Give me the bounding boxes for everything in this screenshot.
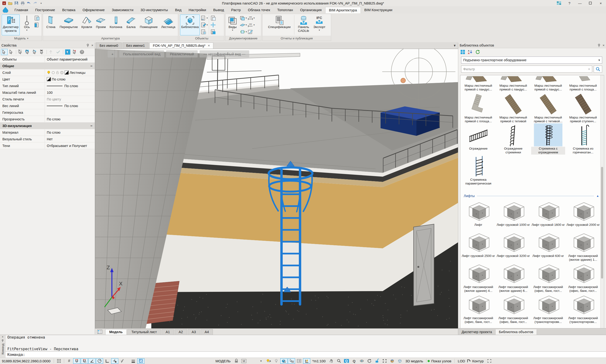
arch-button-перекрытие[interactable]: Перекрытие (58, 14, 79, 35)
viewport-overlay-button-2[interactable]: Пользовательский вид (119, 50, 164, 57)
pin-icon[interactable] (86, 44, 90, 47)
library-item[interactable]: Марш лестничный прямой с пандус... (496, 76, 530, 92)
menu-tab-6[interactable]: 3D-инструменты (137, 7, 171, 13)
views-button[interactable]: Виды ▾ (226, 14, 239, 35)
library-item[interactable]: Лифт грузовой 2500 кг (461, 231, 495, 262)
menu-tab-15[interactable]: BIM Конструкции (361, 7, 396, 13)
sheet-tab-А4[interactable]: А4 (200, 329, 213, 335)
viewport-overlay-button-4[interactable]: --- несохраненный вид --- (199, 50, 249, 57)
cadlib-panel-button[interactable]: Панель CADLib (297, 14, 310, 35)
dimension-button[interactable]: 100▾ (248, 15, 255, 21)
app-logo-mark[interactable]: n (1, 1, 7, 5)
property-value[interactable]: По слою (45, 116, 95, 122)
lifts-section-header[interactable]: Лифты▲ (464, 194, 599, 198)
menu-tab-1[interactable]: Главная (11, 7, 32, 13)
library-item[interactable]: Ограждение (461, 123, 495, 155)
regen-icon[interactable] (366, 358, 373, 364)
menu-tab-14[interactable]: BIM Архитектура (325, 7, 361, 13)
menu-tab-9[interactable]: Вывод (210, 7, 228, 13)
scrollbar-thumb[interactable] (601, 167, 603, 279)
refresh-icon[interactable] (475, 49, 480, 55)
close-icon[interactable]: × (603, 43, 605, 47)
viewport-dropdown-icon[interactable]: ▼ (258, 358, 265, 364)
sheet-tab-Титульный лист[interactable]: Титульный лист (127, 329, 161, 335)
select-crossing-icon[interactable] (25, 49, 31, 55)
visual-mode[interactable]: 3D модель (404, 359, 425, 363)
orbit-icon[interactable] (358, 358, 365, 364)
panel-tab-1[interactable]: Диспетчер проекта (458, 329, 496, 335)
lineweight-track-icon[interactable] (119, 358, 126, 364)
maximize-button[interactable] (585, 0, 595, 6)
unlock-view-icon[interactable] (373, 358, 381, 364)
arch-button-балка[interactable]: Балка (124, 14, 137, 35)
menu-tab-5[interactable]: Зависимости (108, 7, 137, 13)
property-value[interactable]: По слою (45, 83, 95, 89)
ortho-mode-icon[interactable] (104, 358, 111, 364)
document-tab-3[interactable]: FOK-VN_АР_ПМ_П_NBB25.dwg*× (149, 42, 213, 49)
search-button[interactable] (594, 65, 602, 73)
library-item[interactable]: Лифт грузовой 630 кг (531, 231, 565, 262)
arch-button-проем[interactable]: Проем (94, 14, 107, 35)
close-button[interactable]: × (595, 0, 606, 6)
library-item[interactable]: Лифт пассажирский (офис, банк, гост... (566, 262, 600, 293)
object-add-button[interactable] (200, 29, 208, 35)
open-file-icon[interactable] (8, 1, 13, 5)
annotation-scale[interactable]: *m1:100 (310, 359, 328, 363)
library-item[interactable]: Стремянка с ограждением (531, 123, 565, 155)
library-item[interactable]: Лифт грузовой 1000 кг (496, 200, 530, 231)
clear-filter-icon[interactable]: × (588, 67, 590, 71)
menu-tab-10[interactable]: Растр (228, 7, 244, 13)
sheets-pair-button[interactable] (34, 15, 40, 21)
sort-az-icon[interactable]: АЯ (467, 49, 473, 55)
wireframe-cube-icon[interactable] (396, 358, 403, 364)
contour-toggle[interactable]: Контур (467, 359, 486, 363)
help-icon[interactable]: ? (79, 49, 85, 55)
close-icon[interactable]: × (2, 336, 3, 338)
show-nodes-toggle[interactable]: Показ узлов (428, 359, 453, 363)
library-button[interactable]: Библиотека (180, 14, 200, 35)
command-input[interactable]: Команда: (5, 351, 606, 358)
cursor-coordinates[interactable]: 91889.8294,9622.2860,0.0000 (0, 359, 53, 363)
model-marker-icon[interactable]: M (240, 358, 248, 364)
views-dropdown[interactable]: ▾ (232, 29, 233, 31)
sheet-tab-Модель[interactable]: Модель (105, 329, 127, 335)
light-settings-icon[interactable] (265, 358, 272, 364)
sheet-list-icon[interactable] (95, 329, 105, 335)
library-item[interactable]: Марш лестничный прямой с пандус... (461, 76, 495, 92)
pin-icon[interactable] (597, 44, 601, 47)
close-icon[interactable]: × (92, 43, 93, 47)
section-plane-button[interactable]: ▾ (240, 22, 247, 28)
library-item[interactable]: Ограждение стремянки (496, 123, 530, 155)
property-value[interactable]: По цвету (45, 96, 95, 102)
library-item[interactable]: Лифт пассажирский (офис, банк, гост... (496, 293, 530, 324)
sheet-blue-button[interactable] (34, 22, 40, 28)
drawing-viewport[interactable]: ZX +Пользовательский видРеалистичный--- … (95, 49, 458, 328)
grid-display-icon[interactable] (55, 358, 63, 364)
specifications-button[interactable]: Спецификации (267, 14, 292, 35)
vs-style-button[interactable]: VS (210, 29, 216, 35)
viewport-overlay-button-3[interactable]: Реалистичный (166, 50, 198, 57)
help-button[interactable]: ? (564, 0, 575, 6)
library-scrollbar[interactable] (600, 75, 604, 328)
select-window-icon[interactable] (17, 49, 24, 55)
update-view-button[interactable]: ▾ (240, 29, 247, 35)
library-item[interactable]: Стремянка параметрическая (461, 155, 495, 186)
select-add-icon[interactable]: + (1, 49, 8, 55)
object-tracking-icon[interactable] (111, 358, 118, 364)
pan-icon[interactable] (328, 358, 335, 364)
polar-tracking-icon[interactable] (96, 358, 103, 364)
hatch-display-icon[interactable] (137, 358, 145, 364)
panel-tab-2[interactable]: Библиотека объектов (496, 329, 537, 335)
menu-tab-8[interactable]: Настройки (185, 7, 210, 13)
project-manager-button[interactable]: Диспетчер проекта (2, 14, 20, 35)
view-grid-icon[interactable] (460, 49, 465, 55)
menu-tab-3[interactable]: Вставка (59, 7, 79, 13)
property-value[interactable]: Лестницы (45, 69, 95, 76)
menu-tab-4[interactable]: Оформление (79, 7, 108, 13)
library-item[interactable]: Лифт грузовой 1600 кг (531, 200, 565, 231)
fit-view-icon[interactable] (381, 358, 388, 364)
move-up-icon[interactable] (48, 49, 55, 55)
save-icon[interactable] (14, 1, 19, 5)
fullscreen-icon[interactable] (486, 358, 493, 364)
redo-icon[interactable] (32, 1, 38, 5)
